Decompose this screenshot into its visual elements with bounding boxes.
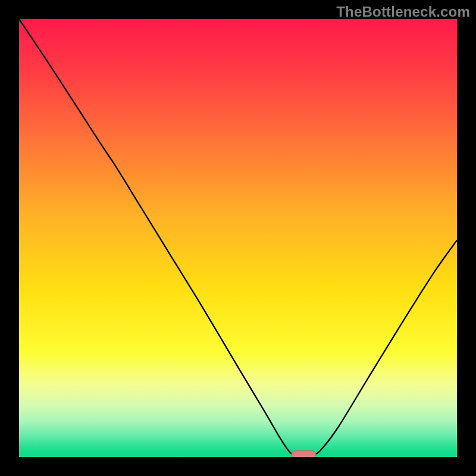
chart-frame: TheBottleneck.com [0,0,476,476]
gradient-background [19,19,457,457]
optimal-marker [292,451,315,457]
watermark-text: TheBottleneck.com [336,4,470,20]
plot-area [19,19,457,457]
chart-svg [19,19,457,457]
